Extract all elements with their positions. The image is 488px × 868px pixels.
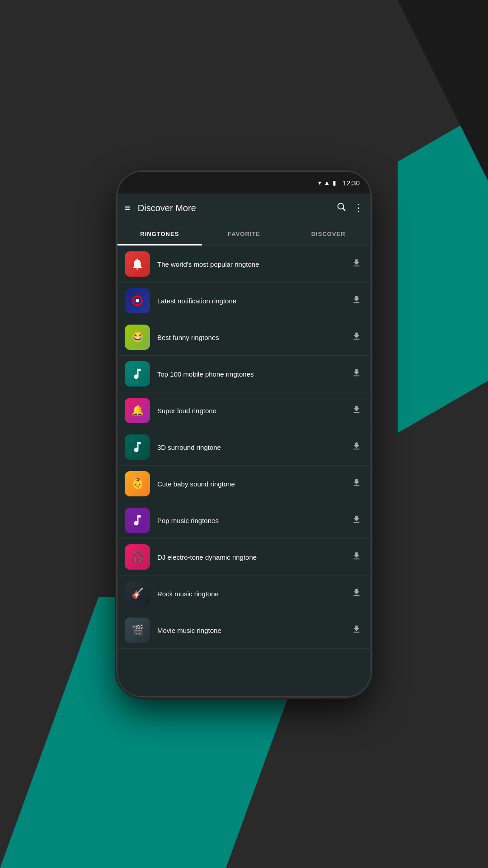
download-button[interactable]	[350, 623, 363, 638]
download-button[interactable]	[350, 476, 363, 492]
ringtone-item[interactable]: Pop music ringtones	[117, 502, 371, 539]
more-options-button[interactable]: ⋮	[353, 202, 363, 214]
ringtone-item[interactable]: Latest notification ringtone	[117, 283, 371, 319]
ringtone-icon: 🎧	[125, 544, 150, 570]
ringtone-name: 3D surround ringtone	[157, 443, 350, 451]
ringtone-icon: 🔔	[125, 398, 150, 423]
status-bar: ▾ ▲ ▮ 12:30	[117, 172, 371, 193]
ringtone-name: Best funny ringtones	[157, 334, 350, 341]
ringtone-name: Latest notification ringtone	[157, 297, 350, 305]
ringtone-item[interactable]: 3D surround ringtone	[117, 429, 371, 466]
ringtone-name: The world's most popular ringtone	[157, 260, 350, 268]
ringtone-item[interactable]: 🎧DJ electro-tone dynamic ringtone	[117, 539, 371, 576]
download-button[interactable]	[350, 366, 363, 382]
ringtone-icon: 🎸	[125, 581, 150, 606]
ringtone-item[interactable]: 👶Cute baby sound ringtone	[117, 466, 371, 502]
app-title: Discover More	[138, 203, 329, 213]
battery-icon: ▮	[333, 179, 336, 186]
app-bar: ≡ Discover More ⋮	[117, 193, 371, 222]
menu-icon[interactable]: ≡	[125, 202, 131, 214]
download-button[interactable]	[350, 586, 363, 602]
ringtone-name: Top 100 mobile phone ringtones	[157, 370, 350, 378]
ringtone-icon	[125, 508, 150, 533]
tab-favorite[interactable]: FAVORITE	[202, 222, 286, 245]
status-time: 12:30	[343, 179, 360, 187]
ringtone-item[interactable]: 🎸Rock music ringtone	[117, 576, 371, 612]
ringtone-name: Movie music ringtone	[157, 627, 350, 634]
ringtone-name: Cute baby sound ringtone	[157, 480, 350, 488]
ringtone-list: The world's most popular ringtone Latest…	[117, 246, 371, 696]
download-button[interactable]	[350, 549, 363, 565]
download-button[interactable]	[350, 293, 363, 309]
download-button[interactable]	[350, 330, 363, 345]
ringtone-icon	[125, 361, 150, 387]
ringtone-name: Super loud ringtone	[157, 407, 350, 415]
ringtone-item[interactable]: The world's most popular ringtone	[117, 246, 371, 283]
bg-dark-triangle	[398, 0, 488, 181]
tab-discover[interactable]: DISCOVER	[286, 222, 371, 245]
svg-line-1	[343, 208, 345, 210]
wifi-icon: ▾	[318, 179, 321, 186]
ringtone-name: DJ electro-tone dynamic ringtone	[157, 553, 350, 561]
ringtone-icon	[125, 434, 150, 460]
ringtone-name: Pop music ringtones	[157, 517, 350, 524]
tab-ringtones[interactable]: RINGTONES	[117, 222, 202, 245]
ringtone-icon	[125, 288, 150, 313]
tab-bar: RINGTONES FAVORITE DISCOVER	[117, 222, 371, 246]
ringtone-item[interactable]: Top 100 mobile phone ringtones	[117, 356, 371, 392]
download-button[interactable]	[350, 403, 363, 419]
download-button[interactable]	[350, 513, 363, 528]
ringtone-icon: 🎬	[125, 618, 150, 643]
ringtone-name: Rock music ringtone	[157, 590, 350, 598]
ringtone-icon	[125, 251, 150, 277]
download-button[interactable]	[350, 439, 363, 455]
search-button[interactable]	[336, 202, 346, 214]
ringtone-item[interactable]: 🎬Movie music ringtone	[117, 612, 371, 649]
ringtone-item[interactable]: 🔔Super loud ringtone	[117, 392, 371, 429]
ringtone-item[interactable]: 😂Best funny ringtones	[117, 319, 371, 356]
svg-point-3	[136, 299, 139, 302]
phone-frame: ▾ ▲ ▮ 12:30 ≡ Discover More ⋮ RINGTONES …	[117, 172, 371, 696]
ringtone-icon: 😂	[125, 325, 150, 350]
ringtone-icon: 👶	[125, 471, 150, 496]
signal-icon: ▲	[324, 179, 330, 186]
download-button[interactable]	[350, 256, 363, 272]
